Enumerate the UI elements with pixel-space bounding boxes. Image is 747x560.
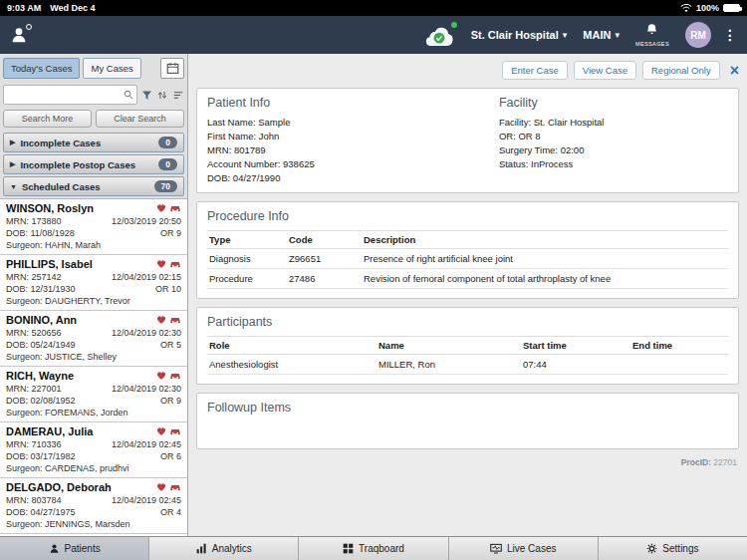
section-incomplete-cases[interactable]: ▶ Incomplete Cases 0 (3, 133, 184, 152)
user-avatar[interactable]: RM (685, 22, 711, 48)
case-datetime: 12/04/2019 02:30 (112, 384, 181, 394)
sort-button[interactable] (156, 90, 168, 101)
case-room: OR 9 (160, 396, 181, 406)
case-mrn: MRN: 173880 (6, 216, 62, 226)
chevron-down-icon: ▾ (563, 30, 568, 40)
site-selector[interactable]: MAIN ▾ (583, 29, 620, 41)
table-header-row: Type Code Description (207, 231, 728, 249)
cardiac-risk-icon (156, 259, 166, 269)
participant-end-time (630, 355, 728, 375)
case-list-item[interactable]: DAMERAU, Julia MRN: 71033612/04/2019 02:… (0, 422, 187, 478)
list-options-button[interactable] (172, 90, 184, 101)
case-datetime: 12/03/2019 20:50 (112, 216, 181, 226)
status-date: Wed Dec 4 (50, 3, 95, 13)
online-indicator-dot (451, 22, 457, 28)
patients-icon (49, 543, 60, 554)
section-count-badge: 70 (154, 180, 177, 192)
col-type: Type (207, 231, 287, 249)
section-label: Scheduled Cases (22, 181, 101, 192)
tab-patients[interactable]: Patients (0, 537, 149, 560)
live-cases-icon (490, 543, 502, 554)
bottom-tab-bar: Patients Analytics Traqboard Live Cases … (0, 536, 747, 560)
battery-percent: 100% (696, 3, 719, 13)
tab-analytics[interactable]: Analytics (149, 537, 299, 560)
tab-label: Analytics (212, 543, 252, 554)
procedure-info-card: Procedure Info Type Code Description Dia… (196, 201, 739, 299)
procedure-table: Type Code Description Diagnosis Z96651 P… (207, 230, 728, 289)
case-surgeon: Surgeon: JUSTICE, Shelley (6, 352, 117, 362)
case-list-item[interactable]: WINSON, Roslyn MRN: 17388012/03/2019 20:… (0, 199, 187, 255)
sync-status-button[interactable] (423, 25, 455, 46)
filter-button[interactable] (141, 90, 152, 101)
transport-icon (169, 482, 181, 492)
facility-name: Facility: St. Clair Hospital (499, 117, 728, 128)
proc-id: ProcID: 22701 (196, 457, 739, 467)
cardiac-risk-icon (156, 426, 166, 436)
tab-todays-cases[interactable]: Today's Cases (3, 58, 80, 79)
case-surgeon: Surgeon: FOREMANS, Jorden (6, 408, 128, 418)
facility-title: Facility (499, 96, 728, 110)
case-sidebar: Today's Cases My Cases (0, 54, 188, 536)
facility-selector-label: St. Clair Hospital (471, 29, 559, 41)
messages-button[interactable]: MESSAGES (635, 23, 669, 48)
cloud-sync-icon (423, 25, 455, 46)
facility-surgery-time: Surgery Time: 02:00 (499, 144, 728, 155)
search-more-button[interactable]: Search More (3, 110, 92, 128)
section-incomplete-postop-cases[interactable]: ▶ Incomplete Postop Cases 0 (3, 154, 184, 174)
patient-add-button[interactable] (10, 26, 28, 44)
case-list-item[interactable]: PHILLIPS, Isabel MRN: 25714212/04/2019 0… (0, 255, 187, 311)
traqboard-icon (343, 543, 354, 554)
col-description: Description (362, 231, 728, 249)
cardiac-risk-icon (156, 203, 166, 213)
case-patient-name: DAMERAU, Julia (6, 425, 93, 437)
person-icon (10, 26, 28, 44)
case-actions: Enter Case View Case Regional Only × (196, 59, 739, 80)
case-surgeon: Surgeon: CARDENAS, prudhvi (6, 463, 129, 473)
close-icon[interactable]: × (730, 63, 739, 79)
participant-name: MILLER, Ron (376, 355, 521, 375)
section-label: Incomplete Cases (20, 138, 101, 148)
case-room: OR 4 (160, 507, 181, 517)
calendar-button[interactable] (160, 58, 184, 79)
patient-account-number: Account Number: 938625 (207, 158, 499, 169)
case-room: OR 5 (160, 340, 181, 350)
case-list-item[interactable]: RICH, Wayne MRN: 22700112/04/2019 02:30 … (0, 367, 187, 422)
facility-or: OR: OR 8 (499, 131, 728, 141)
proc-id-label: ProcID: (681, 457, 711, 467)
procedure-description: Revision of femoral component of total a… (362, 269, 728, 289)
tab-live-cases[interactable]: Live Cases (449, 537, 599, 560)
case-mrn: MRN: 520656 (6, 328, 62, 338)
tab-label: Patients (65, 543, 101, 554)
case-surgeon: Surgeon: DAUGHERTY, Trevor (6, 296, 130, 306)
case-dob: DOB: 03/17/1982 (6, 451, 76, 461)
chevron-down-icon: ▾ (615, 30, 620, 40)
transport-icon (169, 259, 181, 269)
tab-label: Traqboard (359, 543, 404, 554)
view-case-button[interactable]: View Case (574, 61, 636, 80)
patient-info-title: Patient Info (207, 96, 499, 110)
case-patient-name: PHILLIPS, Isabel (6, 258, 93, 270)
table-row: Diagnosis Z96651 Presence of right artif… (207, 249, 728, 269)
procedure-type: Diagnosis (207, 249, 287, 269)
table-header-row: Role Name Start time End time (207, 337, 728, 355)
case-list-item[interactable]: DELGADO, Deborah MRN: 80378412/04/2019 0… (0, 478, 187, 534)
clear-search-button[interactable]: Clear Search (96, 110, 184, 128)
case-list-item[interactable]: BONINO, Ann MRN: 52065612/04/2019 02:30 … (0, 311, 187, 367)
followup-items-title: Followup Items (207, 401, 728, 415)
tab-my-cases[interactable]: My Cases (83, 58, 140, 79)
messages-icon (645, 23, 658, 36)
case-patient-name: BONINO, Ann (6, 314, 77, 326)
tab-settings[interactable]: Settings (599, 537, 747, 560)
enter-case-button[interactable]: Enter Case (502, 61, 568, 80)
search-input[interactable] (7, 90, 124, 101)
section-scheduled-cases[interactable]: ▼ Scheduled Cases 70 (3, 176, 184, 196)
facility-selector[interactable]: St. Clair Hospital ▾ (471, 29, 568, 41)
case-dob: DOB: 12/31/1930 (6, 284, 76, 294)
overflow-menu-icon[interactable]: ⋮ (723, 27, 737, 43)
col-name: Name (376, 337, 521, 355)
case-patient-name: DELGADO, Deborah (6, 481, 112, 493)
case-tabs: Today's Cases My Cases (0, 54, 187, 83)
tab-traqboard[interactable]: Traqboard (299, 537, 448, 560)
regional-only-button[interactable]: Regional Only (642, 61, 720, 80)
transport-icon (169, 426, 181, 436)
